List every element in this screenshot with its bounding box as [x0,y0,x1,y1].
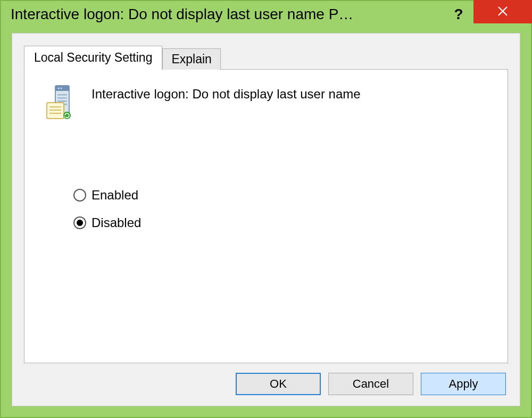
button-label: Apply [448,377,478,391]
tab-explain[interactable]: Explain [162,48,220,70]
tab-local-security-setting[interactable]: Local Security Setting [24,46,162,70]
svg-rect-5 [57,97,67,99]
radio-icon [73,189,86,202]
dialog-buttons: OK Cancel Apply [236,373,506,395]
policy-icon [44,85,77,124]
close-icon [497,5,509,19]
window-title: Interactive logon: Do not display last u… [11,6,444,23]
policy-name: Interactive logon: Do not display last u… [92,85,361,102]
help-button[interactable]: ? [444,1,473,28]
properties-window: Interactive logon: Do not display last u… [0,0,532,418]
ok-button[interactable]: OK [236,373,321,395]
policy-header: Interactive logon: Do not display last u… [44,85,488,124]
svg-rect-1 [55,86,69,91]
tabpanel-local: Interactive logon: Do not display last u… [24,69,508,363]
cancel-button[interactable]: Cancel [328,373,413,395]
button-label: OK [270,377,287,391]
radio-group: Enabled Disabled [73,188,488,230]
titlebar: Interactive logon: Do not display last u… [1,1,531,28]
svg-rect-8 [47,103,64,119]
title-controls: ? [444,1,531,28]
svg-point-3 [60,87,62,89]
apply-button[interactable]: Apply [421,373,506,395]
radio-disabled[interactable]: Disabled [73,215,488,230]
radio-label: Enabled [92,188,138,203]
close-button[interactable] [473,0,532,23]
tab-label: Explain [171,52,211,66]
help-icon: ? [454,6,463,23]
radio-label: Disabled [92,215,141,230]
svg-rect-6 [57,101,67,102]
radio-icon [73,216,86,229]
radio-enabled[interactable]: Enabled [73,188,488,203]
tabstrip: Local Security Setting Explain [24,45,508,69]
client-area: Local Security Setting Explain [12,33,520,406]
button-label: Cancel [353,377,389,391]
svg-point-2 [57,87,59,89]
tab-label: Local Security Setting [34,51,152,64]
svg-rect-4 [57,94,67,96]
tabs-container: Local Security Setting Explain [24,45,508,363]
